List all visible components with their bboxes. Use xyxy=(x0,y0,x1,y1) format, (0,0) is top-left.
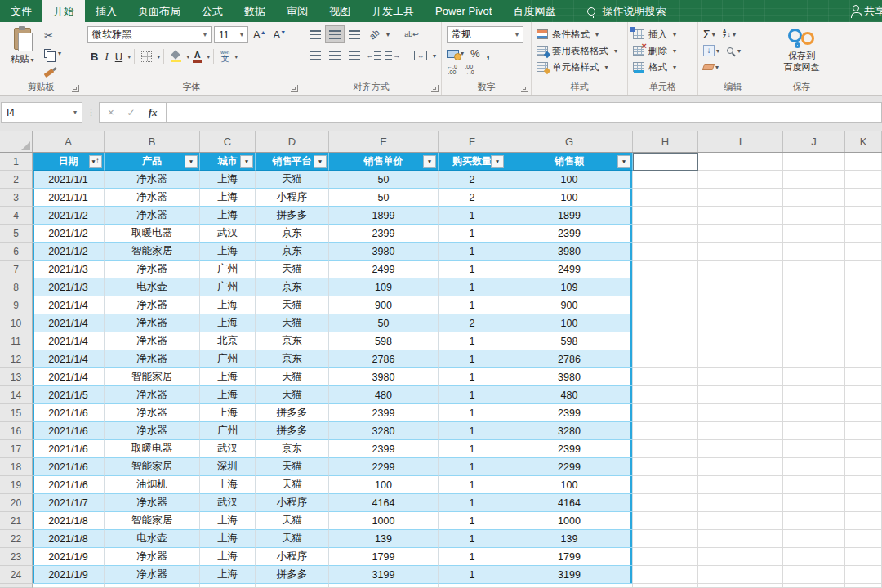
cell[interactable] xyxy=(783,548,845,566)
cell[interactable]: 上海 xyxy=(200,243,256,261)
cell[interactable] xyxy=(633,261,698,278)
borders-button[interactable] xyxy=(138,51,155,62)
bold-button[interactable]: B xyxy=(87,51,101,63)
cell[interactable] xyxy=(633,243,698,261)
cell[interactable]: 天猫 xyxy=(256,512,329,530)
cell[interactable] xyxy=(105,584,200,588)
cell[interactable] xyxy=(783,171,845,189)
cell[interactable]: 2021/1/4 xyxy=(33,296,105,314)
cell[interactable] xyxy=(783,278,845,296)
row-header[interactable]: 8 xyxy=(0,278,33,296)
cell[interactable]: 上海 xyxy=(200,207,256,225)
cell[interactable]: 1 xyxy=(439,368,506,386)
cell[interactable] xyxy=(698,171,783,189)
row-header[interactable]: 11 xyxy=(0,332,33,350)
cell[interactable]: 900 xyxy=(506,296,633,314)
share-button[interactable]: 共享 xyxy=(853,0,882,22)
cell[interactable] xyxy=(33,584,105,588)
cell[interactable]: 拼多多 xyxy=(256,566,329,584)
menu-tab[interactable]: 公式 xyxy=(191,0,234,22)
cell[interactable]: 京东 xyxy=(256,243,329,261)
cell[interactable]: 拼多多 xyxy=(256,207,329,225)
cell[interactable] xyxy=(633,494,698,512)
filter-button[interactable]: ▾ xyxy=(491,155,504,168)
row-header[interactable]: 19 xyxy=(0,476,33,494)
cell[interactable] xyxy=(698,548,783,566)
row-header[interactable]: 23 xyxy=(0,548,33,566)
font-name-combo[interactable]: 微软雅黑▾ xyxy=(87,26,212,43)
cell[interactable]: 1 xyxy=(439,494,506,512)
cell[interactable]: 1 xyxy=(439,243,506,261)
cell[interactable] xyxy=(845,530,882,548)
cell[interactable] xyxy=(698,278,783,296)
align-right-button[interactable] xyxy=(345,47,363,64)
filter-sort-button[interactable]: ▾↑ xyxy=(89,155,102,168)
cell[interactable]: 2 xyxy=(439,171,506,189)
column-header[interactable]: G xyxy=(506,131,633,152)
cell[interactable] xyxy=(633,296,698,314)
cell[interactable]: 1 xyxy=(439,404,506,422)
cell[interactable] xyxy=(845,512,882,530)
menu-tab[interactable]: 视图 xyxy=(318,0,361,22)
cell[interactable]: 3980 xyxy=(506,243,633,261)
format-painter-button[interactable] xyxy=(44,64,61,78)
orientation-button[interactable]: ab xyxy=(365,26,383,42)
name-box[interactable]: I4 ▾ xyxy=(1,102,82,123)
cell[interactable] xyxy=(633,207,698,225)
cell[interactable]: 1899 xyxy=(329,207,439,225)
cell[interactable] xyxy=(698,440,783,458)
cell[interactable]: 1 xyxy=(439,422,506,440)
cell[interactable] xyxy=(633,476,698,494)
cell[interactable]: 智能家居 xyxy=(105,458,200,476)
cell[interactable] xyxy=(845,458,882,476)
percent-style-button[interactable]: % xyxy=(470,47,480,60)
cell[interactable]: 广州 xyxy=(200,350,256,368)
row-header[interactable]: 13 xyxy=(0,368,33,386)
cell[interactable]: 480 xyxy=(506,386,633,404)
cell[interactable]: 2399 xyxy=(506,404,633,422)
cell[interactable] xyxy=(698,368,783,386)
row-header[interactable]: 14 xyxy=(0,386,33,404)
cell[interactable]: 上海 xyxy=(200,296,256,314)
sort-filter-button[interactable]: A Z↓▾ xyxy=(723,29,736,40)
cell[interactable] xyxy=(783,440,845,458)
cell[interactable]: 2399 xyxy=(506,440,633,458)
cells-item[interactable]: 插入▾ xyxy=(633,26,693,42)
cell[interactable]: 武汉 xyxy=(200,225,256,243)
cell[interactable] xyxy=(698,189,783,207)
phonetic-guide-button[interactable]: wén文 xyxy=(217,50,233,63)
filter-button[interactable]: ▾ xyxy=(314,155,327,168)
cell[interactable] xyxy=(698,261,783,278)
cell[interactable] xyxy=(783,386,845,404)
cell[interactable] xyxy=(633,440,698,458)
cell[interactable] xyxy=(633,404,698,422)
cell[interactable]: 598 xyxy=(329,332,439,350)
cell[interactable] xyxy=(845,314,882,332)
row-header[interactable]: 4 xyxy=(0,207,33,225)
cell[interactable] xyxy=(633,368,698,386)
insert-function-icon[interactable]: fx xyxy=(149,106,158,119)
cell[interactable]: 1000 xyxy=(506,512,633,530)
cell[interactable]: 净水器 xyxy=(105,189,200,207)
column-header[interactable]: D xyxy=(256,131,329,152)
menu-tab[interactable]: 插入 xyxy=(85,0,127,22)
cell[interactable]: 109 xyxy=(506,278,633,296)
decrease-decimal-button[interactable]: .00 →.0 xyxy=(464,64,474,75)
cell[interactable]: 天猫 xyxy=(256,530,329,548)
cell[interactable]: 拼多多 xyxy=(256,422,329,440)
cell[interactable] xyxy=(845,494,882,512)
row-header[interactable]: 6 xyxy=(0,243,33,261)
align-top-button[interactable] xyxy=(306,26,324,42)
cell[interactable]: 1000 xyxy=(329,512,439,530)
cell[interactable] xyxy=(633,314,698,332)
font-dialog-launcher[interactable] xyxy=(291,85,298,92)
cell[interactable] xyxy=(783,368,845,386)
cell[interactable]: 净水器 xyxy=(105,207,200,225)
column-header[interactable]: E xyxy=(329,131,439,152)
cell[interactable]: 1 xyxy=(439,350,506,368)
cell[interactable]: 北京 xyxy=(200,332,256,350)
column-header[interactable]: B xyxy=(105,131,200,152)
row-header[interactable]: 22 xyxy=(0,530,33,548)
cell[interactable] xyxy=(200,584,256,588)
cell[interactable] xyxy=(698,422,783,440)
